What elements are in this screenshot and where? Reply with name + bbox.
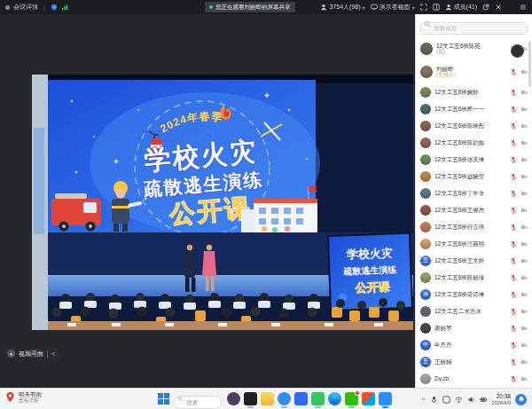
camera-off-icon[interactable] <box>520 106 528 113</box>
list-item[interactable]: 诗 12文工五6班诗诗琳 <box>416 286 532 303</box>
collapse-chevron-icon[interactable]: < <box>51 350 55 357</box>
microphone-muted-icon[interactable] <box>510 139 517 146</box>
clock-time: 20:38 <box>492 393 511 400</box>
avatar <box>420 171 431 182</box>
search-input[interactable] <box>420 22 528 35</box>
list-item[interactable]: 刘丽晔(主持人) <box>416 60 532 83</box>
app-icon-5[interactable] <box>294 392 308 405</box>
list-item[interactable]: 12文工五6班行云琪 <box>416 218 532 235</box>
popout-panel-icon[interactable] <box>482 4 489 11</box>
list-item[interactable]: 王 王丽娟 <box>416 353 532 370</box>
speaker-icon[interactable] <box>467 396 475 404</box>
taskbar-search[interactable] <box>174 392 222 405</box>
list-item[interactable]: 12文工五6班张美琳 <box>416 151 532 168</box>
app-icon-4[interactable] <box>278 392 291 405</box>
list-item[interactable]: 王 12文工五6班王文婷 <box>416 252 532 269</box>
meeting-info-button[interactable]: 会议详情 <box>13 3 38 12</box>
participant-name: 12文工五6班赵婉莹 <box>434 173 506 180</box>
camera-off-icon[interactable] <box>520 207 528 214</box>
list-item[interactable]: 12文工五6班王俊杰 <box>416 201 532 218</box>
wifi-icon[interactable] <box>455 396 463 404</box>
close-panel-icon[interactable] <box>495 4 502 11</box>
wechat-icon[interactable] <box>345 392 358 405</box>
app-icon-2[interactable] <box>244 392 257 405</box>
microphone-muted-icon[interactable] <box>510 156 517 163</box>
app-icon-1[interactable] <box>227 392 240 405</box>
fullscreen-icon[interactable] <box>420 4 427 11</box>
microphone-muted-icon[interactable] <box>510 375 517 382</box>
video-overlay-pill[interactable]: ● 视频画面 < <box>5 348 60 359</box>
list-item[interactable]: 12文工五6班陈韵如 <box>416 134 532 151</box>
list-item[interactable]: 12文工五6班婉婷 <box>416 83 532 100</box>
scrollbar-thumb[interactable] <box>528 41 531 87</box>
camera-off-icon[interactable] <box>520 224 528 231</box>
divider <box>47 350 48 358</box>
microphone-muted-icon[interactable] <box>510 308 517 315</box>
list-item[interactable]: Dy.cb <box>416 370 532 387</box>
microphone-muted-icon[interactable] <box>510 342 517 349</box>
layout-icon[interactable] <box>433 4 440 11</box>
edge-browser-icon[interactable] <box>328 392 341 405</box>
battery-icon[interactable] <box>480 396 488 404</box>
microphone-muted-icon[interactable] <box>510 240 517 248</box>
weather-widget[interactable]: 明天有雨 查看详情 <box>4 391 42 404</box>
list-item[interactable]: 12文工五6班赵婉莹 <box>416 168 532 185</box>
list-item[interactable]: 12文工五6班汪芸熙 <box>416 235 532 252</box>
file-explorer-icon[interactable] <box>261 392 274 405</box>
microphone-muted-icon[interactable] <box>510 274 517 281</box>
camera-off-icon[interactable] <box>520 240 528 248</box>
microphone-muted-icon[interactable] <box>510 325 517 332</box>
list-item[interactable]: 申 申丹丹 <box>416 336 532 353</box>
camera-off-icon[interactable] <box>520 190 528 197</box>
list-item[interactable]: 12文工五6班丁中非 <box>416 185 532 201</box>
tray-app-icon[interactable] <box>442 396 450 404</box>
camera-off-icon[interactable] <box>520 325 528 332</box>
list-item[interactable]: 12文工五6班陈丽珍 <box>416 269 532 286</box>
microphone-muted-icon[interactable] <box>510 173 517 180</box>
camera-off-icon[interactable] <box>520 139 528 146</box>
members-panel-button[interactable]: 成员(41) <box>445 3 477 12</box>
app-icon-9[interactable] <box>362 392 375 405</box>
camera-off-icon[interactable] <box>520 257 528 264</box>
camera-off-icon[interactable] <box>520 89 528 96</box>
list-item[interactable]: 12文工五二水浩冰 <box>416 303 532 319</box>
hamburger-menu-icon[interactable] <box>520 4 527 11</box>
camera-off-icon[interactable] <box>520 156 528 163</box>
camera-off-icon[interactable] <box>520 358 528 366</box>
microphone-muted-icon[interactable] <box>510 122 517 130</box>
tray-expand-icon[interactable]: ^ <box>422 396 426 404</box>
microphone-muted-icon[interactable] <box>510 291 517 298</box>
microphone-muted-icon[interactable] <box>510 358 517 366</box>
floating-button[interactable] <box>511 44 524 58</box>
participant-list[interactable]: 12文工五6班陈苑(我) 刘丽晔(主持人) 12文工五6班婉婷 12文工五6班郑… <box>416 37 532 388</box>
microphone-muted-icon[interactable] <box>510 89 517 96</box>
microphone-muted-icon[interactable] <box>510 207 517 214</box>
camera-off-icon[interactable] <box>520 122 528 130</box>
taskbar-clock[interactable]: 20:38 2024/4/9 <box>492 393 511 405</box>
microphone-muted-icon[interactable] <box>510 106 517 113</box>
security-shield-icon[interactable] <box>51 4 58 11</box>
list-item[interactable]: 12文工五6班郑一一 <box>416 100 532 117</box>
list-item[interactable]: 12文工五6班陈映彤 <box>416 117 532 134</box>
camera-off-icon[interactable] <box>520 308 528 315</box>
camera-off-icon[interactable] <box>520 291 528 298</box>
notification-bell-button[interactable] <box>515 394 527 405</box>
camera-off-icon[interactable] <box>520 68 528 75</box>
microphone-muted-icon[interactable] <box>510 257 517 264</box>
app-icon-6[interactable] <box>311 392 325 405</box>
camera-off-icon[interactable] <box>520 375 528 382</box>
network-signal-icon[interactable] <box>61 4 68 11</box>
tray-mic-icon[interactable] <box>430 396 438 404</box>
microphone-muted-icon[interactable] <box>510 190 517 197</box>
start-button[interactable] <box>158 393 169 405</box>
shared-video-frame[interactable]: 2024年春季 学校火灾 疏散逃生演练 公开课 <box>32 75 413 330</box>
participant-count-button[interactable]: 3754人(98)▾ <box>320 3 364 12</box>
microphone-muted-icon[interactable] <box>510 224 517 231</box>
camera-off-icon[interactable] <box>520 274 528 281</box>
camera-off-icon[interactable] <box>520 342 528 349</box>
view-mode-dropdown[interactable]: 演示者视图▾ <box>371 3 415 12</box>
camera-off-icon[interactable] <box>520 173 528 180</box>
meeting-app-icon[interactable] <box>379 392 392 405</box>
microphone-muted-icon[interactable] <box>510 68 517 75</box>
list-item[interactable]: 谢丽琴 <box>416 319 532 336</box>
